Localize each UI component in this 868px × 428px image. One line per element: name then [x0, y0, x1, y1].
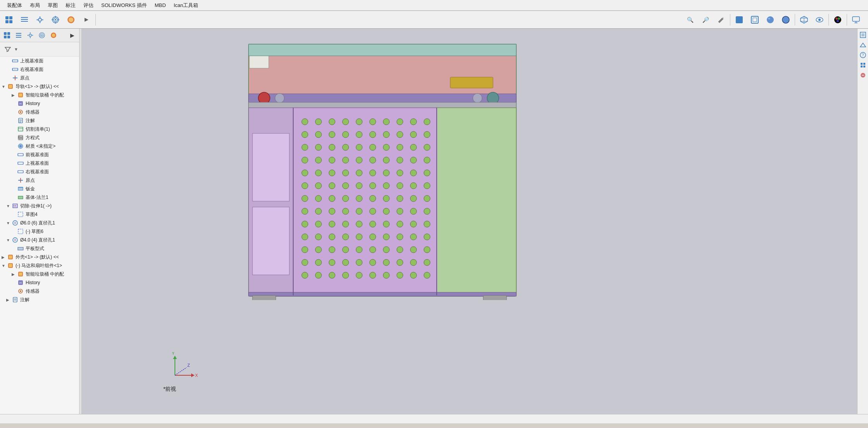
tree-item-base1[interactable]: 基体-法兰1: [0, 193, 79, 202]
sheet-icon: [17, 185, 24, 192]
expand-hole1[interactable]: ▼: [6, 221, 12, 225]
tree-item-plane5[interactable]: 右视基准面: [0, 167, 79, 176]
tree-item-sheet1[interactable]: 钣金: [0, 185, 79, 193]
expand-note2[interactable]: ▶: [6, 298, 12, 302]
menu-annotation[interactable]: 标注: [62, 0, 80, 10]
menu-assemble[interactable]: 装配体: [3, 0, 26, 10]
toolbar-view-edges[interactable]: [778, 12, 793, 27]
svg-point-165: [356, 157, 362, 163]
menu-sketch[interactable]: 草图: [44, 0, 62, 10]
svg-rect-105: [9, 264, 12, 267]
toolbar-view-shaded[interactable]: [763, 12, 778, 27]
tree-item-cut1[interactable]: 切割清单(1): [0, 125, 79, 133]
svg-point-167: [383, 157, 389, 163]
tree-item-plane4[interactable]: 上视基准面: [0, 159, 79, 167]
tree-item-sensor2[interactable]: 传感器: [0, 287, 79, 295]
right-btn-5[interactable]: [858, 71, 868, 80]
svg-point-37: [838, 17, 840, 20]
toolbar-pencil[interactable]: [714, 12, 728, 27]
toolbar-search-2[interactable]: 🔎: [698, 12, 713, 27]
tree-item-history1[interactable]: H History: [0, 99, 79, 108]
svg-point-241: [302, 259, 308, 266]
expand-guide1[interactable]: ▼: [2, 85, 7, 89]
right-btn-4[interactable]: [858, 60, 868, 70]
viewport[interactable]: X Y Z *前视: [82, 29, 857, 414]
tree-item-flat1[interactable]: 平板型式: [0, 244, 79, 253]
sidebar-btn-color[interactable]: [48, 30, 59, 41]
svg-rect-98: [18, 229, 23, 234]
toolbar-btn-color[interactable]: [64, 12, 78, 27]
filter-dropdown[interactable]: ▼: [14, 47, 18, 52]
tree-item-mat1[interactable]: 材质 <未指定>: [0, 142, 79, 150]
toolbar-btn-config[interactable]: [33, 12, 47, 27]
tree-item-guide1[interactable]: ▼ 导轨<1> -> (默认) <<: [0, 82, 79, 91]
sidebar-btn-config[interactable]: [25, 30, 36, 41]
menu-solidworks-plugins[interactable]: SOLIDWORKS 插件: [97, 0, 151, 10]
toolbar-btn-expand[interactable]: [79, 12, 94, 27]
toolbar-cube-view[interactable]: [797, 12, 811, 27]
svg-rect-67: [9, 85, 12, 88]
svg-point-184: [342, 183, 349, 189]
tree-item-motor1[interactable]: ▼ (-) 马达和扇叶组件<1>: [0, 261, 79, 270]
expand-cut2[interactable]: ▼: [6, 204, 12, 208]
expand-outer1[interactable]: ▶: [2, 255, 7, 259]
svg-point-180: [424, 170, 430, 176]
toolbar-monitor[interactable]: [849, 12, 863, 27]
tree-item-sensor1[interactable]: 传感器: [0, 108, 79, 116]
sidebar-btn-home[interactable]: [2, 30, 12, 41]
expand-motor1[interactable]: ▼: [2, 264, 7, 268]
svg-rect-127: [252, 133, 289, 201]
expand-hole2[interactable]: ▼: [6, 238, 12, 242]
tree-item-note1[interactable]: 注解: [0, 116, 79, 125]
svg-point-89: [20, 179, 21, 181]
svg-point-139: [410, 119, 417, 125]
tree-item-cut2[interactable]: ▼ 切除-拉伸1( ->): [0, 202, 79, 210]
svg-point-100: [14, 239, 16, 241]
svg-point-209: [410, 208, 417, 214]
sidebar-btn-expand[interactable]: ▶: [67, 30, 78, 41]
right-btn-3[interactable]: ?: [858, 50, 868, 60]
toolbar-view-wire[interactable]: [747, 12, 762, 27]
tree-item-plane1[interactable]: 上视基准面: [0, 57, 79, 65]
toolbar-btn-home[interactable]: [2, 12, 16, 27]
plane-icon-4: [17, 160, 24, 167]
tree-item-hole1[interactable]: ▼ Ø6.0 (6) 直径孔1: [0, 219, 79, 227]
tree-item-history2[interactable]: H History: [0, 278, 79, 287]
svg-point-170: [424, 157, 430, 163]
tree-item-plane2[interactable]: 右视基准面: [0, 65, 79, 74]
menu-layout[interactable]: 布局: [26, 0, 44, 10]
svg-point-176: [370, 170, 376, 176]
tree-item-outer1[interactable]: ▶ 外壳<1> -> (默认) <<: [0, 253, 79, 261]
tree-item-plane3[interactable]: 前视基准面: [0, 150, 79, 159]
toolbar-btn-list[interactable]: [17, 12, 32, 27]
hole-icon-1: [12, 219, 19, 226]
menu-evaluate[interactable]: 评估: [80, 0, 97, 10]
tree-item-sketch6[interactable]: (-) 草图6: [0, 227, 79, 236]
sidebar-btn-list[interactable]: [13, 30, 24, 41]
tree-item-origin1[interactable]: 原点: [0, 74, 79, 82]
tree-item-smart2[interactable]: ▶ 智能垃圾桶 中的配: [0, 270, 79, 278]
tree-item-sketch4[interactable]: 草图4: [0, 210, 79, 219]
menu-mbd[interactable]: MBD: [151, 1, 170, 10]
toolbar-view-solid[interactable]: [732, 12, 747, 27]
svg-point-152: [315, 144, 322, 150]
right-btn-1[interactable]: [858, 30, 868, 40]
toolbar-search-1[interactable]: 🔍: [683, 12, 697, 27]
tree-item-smart1[interactable]: ▶ 智能垃圾桶 中的配: [0, 91, 79, 99]
tree-item-note2[interactable]: ▶ 注解: [0, 295, 79, 304]
tree-label-guide1: 导轨<1> -> (默认) <<: [16, 83, 59, 90]
svg-point-238: [397, 247, 403, 253]
toolbar-color-scheme[interactable]: [830, 12, 845, 27]
sidebar-btn-target[interactable]: [36, 30, 47, 41]
tree-item-hole2[interactable]: ▼ Ø4.0 (4) 直径孔1: [0, 236, 79, 244]
toolbar-eye[interactable]: [812, 12, 827, 27]
tree-label-plane3: 前视基准面: [26, 152, 49, 158]
tree-label-smart1: 智能垃圾桶 中的配: [26, 92, 64, 98]
tree-item-origin2[interactable]: 原点: [0, 176, 79, 185]
svg-point-191: [302, 195, 308, 202]
menu-ican[interactable]: Ican工具箱: [170, 0, 202, 10]
filter-btn[interactable]: [2, 44, 13, 55]
tree-item-eq1[interactable]: f(x) 方程式: [0, 133, 79, 142]
right-btn-2[interactable]: [858, 40, 868, 50]
toolbar-btn-target[interactable]: [48, 12, 63, 27]
